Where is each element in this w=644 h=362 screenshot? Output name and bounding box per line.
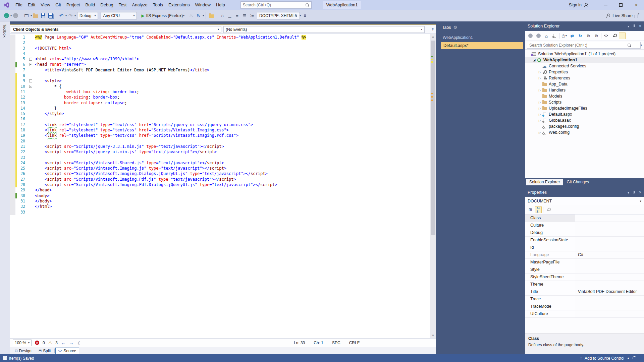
- code-text[interactable]: [35, 40, 430, 45]
- expander-icon[interactable]: ▷: [538, 107, 542, 110]
- fold-margin[interactable]: [28, 193, 35, 198]
- fold-margin[interactable]: [28, 138, 35, 144]
- panel-tab-solution-explorer[interactable]: Solution Explorer: [526, 179, 563, 185]
- nav-forward-arrow-icon[interactable]: →: [69, 340, 74, 346]
- breakpoint-margin[interactable]: [10, 62, 15, 67]
- close-icon[interactable]: ×: [639, 190, 641, 195]
- fold-margin[interactable]: [28, 204, 35, 209]
- expander-icon[interactable]: ▷: [538, 119, 542, 122]
- breakpoint-margin[interactable]: [10, 40, 15, 45]
- pin-icon[interactable]: [633, 24, 636, 28]
- solution-search-input[interactable]: [527, 42, 641, 49]
- code-text[interactable]: -webkit-box-sizing: border-box;: [35, 89, 430, 95]
- property-row-debug[interactable]: Debug: [525, 229, 644, 237]
- preview-selected-items-icon[interactable]: —: [619, 33, 626, 39]
- breakpoint-margin[interactable]: [10, 78, 15, 83]
- expander-icon[interactable]: ▷: [538, 77, 542, 80]
- live-share-button[interactable]: Live Share: [606, 13, 639, 18]
- code-text[interactable]: border-collapse: collapse;: [35, 100, 430, 106]
- menu-test[interactable]: Test: [116, 0, 129, 10]
- tree-item-models[interactable]: Models: [525, 93, 644, 99]
- members-dropdown[interactable]: (No Events)▾: [223, 26, 425, 33]
- fold-margin[interactable]: −: [28, 78, 35, 83]
- code-text[interactable]: </head>: [35, 187, 430, 193]
- fold-margin[interactable]: −: [28, 56, 35, 62]
- tree-item-properties[interactable]: ▷Properties: [525, 69, 644, 75]
- fold-margin[interactable]: [28, 198, 35, 204]
- code-text[interactable]: [35, 138, 430, 144]
- code-text[interactable]: [35, 73, 430, 78]
- menu-file[interactable]: File: [13, 0, 25, 10]
- platform-dropdown[interactable]: Any CPU▾: [101, 12, 137, 19]
- property-row-stylesheettheme[interactable]: StyleSheetTheme: [525, 274, 644, 281]
- menu-tools[interactable]: Tools: [150, 0, 166, 10]
- close-button[interactable]: ×: [629, 0, 644, 10]
- fold-margin[interactable]: [28, 133, 35, 138]
- property-value[interactable]: [575, 281, 644, 288]
- pin-icon[interactable]: [633, 191, 636, 194]
- sync-with-active-document-icon[interactable]: ⇄: [569, 33, 576, 39]
- property-value[interactable]: [575, 303, 644, 310]
- property-row-masterpagefile[interactable]: MasterPageFile: [525, 259, 644, 266]
- tree-item-packages-config[interactable]: packages.config: [525, 123, 644, 129]
- fold-margin[interactable]: [28, 160, 35, 166]
- fold-margin[interactable]: [28, 116, 35, 122]
- view-tab-source[interactable]: <>Source: [55, 348, 79, 354]
- quick-search-box[interactable]: [240, 1, 312, 9]
- breakpoint-margin[interactable]: [10, 35, 15, 40]
- categorized-icon[interactable]: ⊞: [527, 206, 534, 213]
- breakpoint-margin[interactable]: [10, 84, 15, 89]
- breakpoint-margin[interactable]: [10, 155, 15, 160]
- breakpoint-margin[interactable]: [10, 51, 15, 56]
- nav-back-arrow-icon[interactable]: ←: [61, 340, 66, 346]
- sign-in-button[interactable]: Sign in: [569, 3, 588, 7]
- expander-icon[interactable]: ▷: [538, 101, 542, 104]
- code-text[interactable]: * {: [35, 84, 430, 89]
- code-text[interactable]: <head runat="server">: [35, 62, 430, 67]
- tree-item-handlers[interactable]: ▷Handlers: [525, 87, 644, 93]
- code-text[interactable]: <body>: [35, 193, 430, 198]
- hot-reload-icon[interactable]: ♨: [188, 12, 195, 19]
- tree-item-scripts[interactable]: ▷Scripts: [525, 99, 644, 105]
- property-row-class[interactable]: Class: [525, 215, 644, 222]
- expander-icon[interactable]: ▷: [538, 113, 542, 116]
- tree-item-uploadedimagefiles[interactable]: ▷UploadedImageFiles: [525, 105, 644, 111]
- breakpoint-margin[interactable]: [10, 177, 15, 182]
- fold-margin[interactable]: [28, 122, 35, 127]
- toolbox-tab[interactable]: Toolbox: [3, 21, 7, 38]
- space-indicator[interactable]: SPC: [332, 341, 340, 345]
- tree-item-references[interactable]: ▷References: [525, 75, 644, 81]
- menu-project[interactable]: Project: [64, 0, 83, 10]
- close-icon[interactable]: ×: [639, 24, 641, 28]
- undo-icon[interactable]: ↶: [58, 12, 65, 19]
- eol-indicator[interactable]: CRLF: [349, 341, 360, 345]
- property-pages-icon[interactable]: [545, 206, 551, 213]
- scroll-up-icon[interactable]: ▲: [430, 34, 436, 39]
- code-text[interactable]: [35, 51, 430, 56]
- breakpoint-margin[interactable]: [10, 138, 15, 144]
- error-count[interactable]: 0: [43, 341, 45, 345]
- expander-icon[interactable]: ◢: [532, 59, 536, 62]
- property-value[interactable]: [575, 296, 644, 303]
- add-to-source-control[interactable]: Add to Source Control: [585, 356, 624, 361]
- breakpoint-margin[interactable]: [10, 100, 15, 106]
- property-value[interactable]: [575, 237, 644, 244]
- fold-margin[interactable]: [28, 149, 35, 155]
- view-tab-design[interactable]: ⊡Design: [12, 348, 34, 354]
- save-all-icon[interactable]: [47, 12, 54, 19]
- fold-margin[interactable]: [28, 155, 35, 160]
- fold-margin[interactable]: [28, 100, 35, 106]
- property-row-style[interactable]: Style: [525, 266, 644, 274]
- back-icon[interactable]: ←: [527, 33, 534, 39]
- breakpoint-margin[interactable]: [10, 89, 15, 95]
- property-value[interactable]: [575, 310, 644, 317]
- breakpoint-margin[interactable]: [10, 73, 15, 78]
- menu-analyze[interactable]: Analyze: [129, 0, 150, 10]
- collapse-all-icon[interactable]: ⧉: [585, 33, 592, 39]
- view-tab-split[interactable]: ⬒Split: [36, 348, 54, 354]
- fold-margin[interactable]: [28, 111, 35, 116]
- navigate-forward-icon[interactable]: →: [12, 12, 19, 19]
- property-value[interactable]: C#: [575, 251, 644, 258]
- breakpoint-margin[interactable]: [10, 144, 15, 149]
- property-value[interactable]: [575, 229, 644, 236]
